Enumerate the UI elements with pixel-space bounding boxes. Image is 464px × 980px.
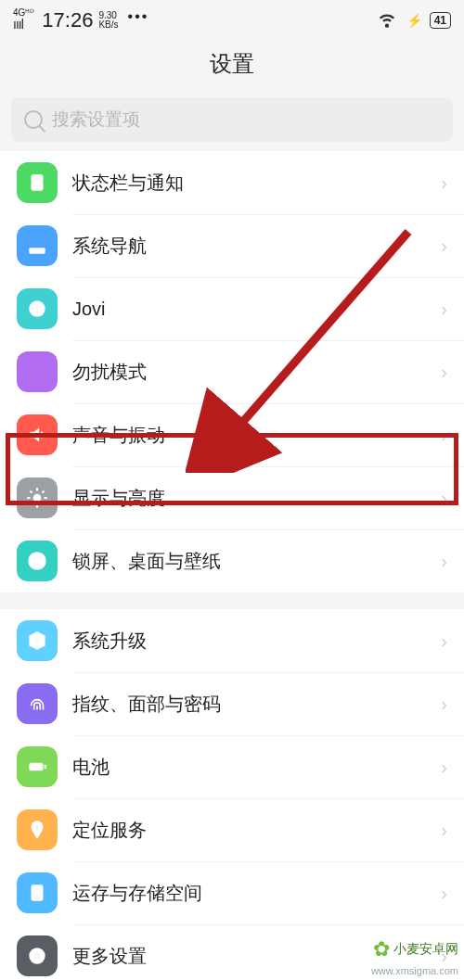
settings-item-dnd[interactable]: 勿扰模式›	[0, 340, 464, 403]
search-input[interactable]: 搜索设置项	[11, 97, 453, 142]
location-icon	[17, 809, 58, 850]
settings-item-label: 声音与振动	[72, 423, 441, 448]
settings-item-label: 系统导航	[72, 234, 441, 259]
palette-icon	[17, 541, 58, 581]
status-bar: 4Gᴴᴰ ıııl 17:26 9.30 KB/s ••• ⚡ 41	[0, 0, 464, 36]
settings-item-jovi[interactable]: Jovi›	[0, 277, 464, 340]
battery-icon	[17, 746, 58, 787]
settings-item-wall[interactable]: 锁屏、桌面与壁纸›	[0, 529, 464, 592]
settings-item-upd[interactable]: 系统升级›	[0, 609, 464, 672]
watermark-url: www.xmsigma.com	[371, 965, 458, 976]
page-title: 设置	[0, 36, 464, 97]
clover-icon: ✿	[373, 937, 390, 961]
storage-icon	[17, 872, 58, 913]
brightness-icon	[17, 477, 58, 518]
more-status-icon: •••	[128, 8, 149, 25]
settings-item-label: 勿扰模式	[72, 360, 441, 385]
settings-item-batt[interactable]: 电池›	[0, 735, 464, 798]
settings-item-notif[interactable]: 状态栏与通知›	[0, 151, 464, 214]
chevron-right-icon: ›	[441, 488, 447, 509]
chevron-right-icon: ›	[441, 425, 447, 446]
chevron-right-icon: ›	[441, 820, 447, 841]
chevron-right-icon: ›	[441, 299, 447, 320]
chevron-right-icon: ›	[441, 694, 447, 715]
settings-item-bio[interactable]: 指纹、面部与密码›	[0, 672, 464, 735]
settings-item-label: 状态栏与通知	[72, 171, 441, 196]
charging-icon: ⚡	[406, 13, 422, 28]
settings-item-sound[interactable]: 声音与振动›	[0, 403, 464, 466]
signal-icon: ıııl	[13, 18, 34, 31]
fingerprint-icon	[17, 683, 58, 724]
chevron-right-icon: ›	[441, 757, 447, 778]
settings-item-nav[interactable]: 系统导航›	[0, 214, 464, 277]
settings-item-label: 锁屏、桌面与壁纸	[72, 549, 441, 574]
network-label: 4Gᴴᴰ	[13, 8, 34, 18]
settings-item-label: 电池	[72, 755, 441, 780]
chevron-right-icon: ›	[441, 172, 447, 194]
navigation-icon	[17, 225, 58, 266]
cube-icon	[17, 620, 58, 661]
chevron-right-icon: ›	[441, 883, 447, 904]
chevron-right-icon: ›	[441, 362, 447, 383]
chevron-right-icon: ›	[441, 235, 447, 257]
notification-icon	[17, 162, 58, 203]
watermark: ✿ 小麦安卓网	[373, 937, 458, 961]
settings-item-label: 系统升级	[72, 629, 441, 654]
gear-icon	[17, 935, 58, 976]
speaker-icon	[17, 414, 58, 455]
settings-item-disp[interactable]: 显示与亮度›	[0, 466, 464, 529]
chevron-right-icon: ›	[441, 551, 447, 572]
search-placeholder: 搜索设置项	[52, 108, 140, 132]
settings-item-label: Jovi	[72, 299, 441, 320]
search-icon	[24, 110, 43, 129]
settings-item-loc[interactable]: 定位服务›	[0, 798, 464, 861]
wifi-icon	[375, 6, 399, 34]
clock: 17:26	[42, 8, 93, 32]
chevron-right-icon: ›	[441, 630, 447, 652]
battery-indicator: 41	[430, 12, 451, 29]
settings-item-label: 定位服务	[72, 818, 441, 843]
settings-item-stor[interactable]: 运存与存储空间›	[0, 861, 464, 924]
jovi-icon	[17, 288, 58, 329]
settings-item-label: 运存与存储空间	[72, 881, 441, 906]
settings-item-label: 显示与亮度	[72, 486, 441, 511]
net-speed: 9.30 KB/s	[98, 11, 118, 30]
moon-icon	[17, 351, 58, 392]
settings-item-label: 指纹、面部与密码	[72, 692, 441, 717]
